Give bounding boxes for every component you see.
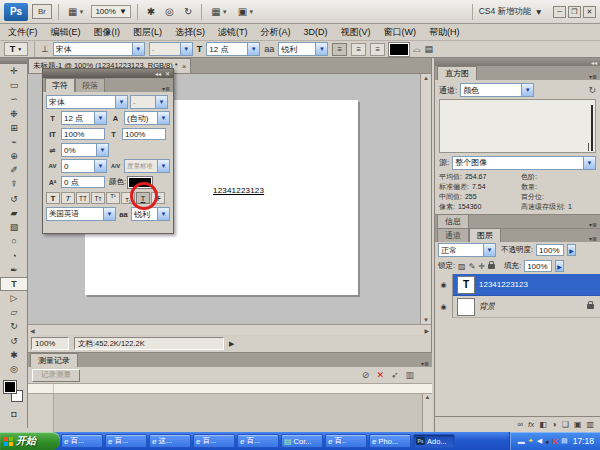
taskbar-item-ie-5[interactable]: e百... bbox=[237, 434, 279, 448]
move-tool[interactable]: ✛ bbox=[0, 64, 28, 78]
menu-item-select[interactable]: 选择(S) bbox=[175, 26, 205, 39]
channel-select[interactable]: 颜色▼ bbox=[460, 83, 534, 97]
dock-header[interactable]: ◂◂ bbox=[435, 58, 600, 66]
menu-item-edit[interactable]: 编辑(E) bbox=[51, 26, 81, 39]
link-layers-icon[interactable]: ∞ bbox=[517, 420, 523, 429]
3d-orbit-tool[interactable]: ↺ bbox=[0, 334, 28, 348]
superscript-button[interactable]: T¹ bbox=[106, 192, 120, 204]
measurement-table-rows[interactable]: ▲ bbox=[28, 394, 432, 432]
arrange-documents-icon[interactable]: ▦▼ bbox=[208, 5, 230, 18]
kerning-select[interactable]: 度量标准▼ bbox=[124, 159, 170, 173]
measurement-scrollbar[interactable]: ▲ bbox=[422, 394, 432, 432]
lock-position-icon[interactable]: ✛ bbox=[478, 262, 485, 271]
new-layer-icon[interactable]: ▣ bbox=[574, 420, 582, 429]
healing-brush-tool[interactable]: ⊕ bbox=[0, 149, 28, 163]
history-brush-tool[interactable]: ↺ bbox=[0, 192, 28, 206]
panel-menu-icon[interactable]: ▾≣ bbox=[421, 360, 432, 367]
collapse-dock-icon[interactable]: ◂◂ bbox=[591, 59, 597, 66]
menu-item-view[interactable]: 视图(V) bbox=[341, 26, 371, 39]
dodge-tool[interactable]: ◔ bbox=[0, 248, 28, 262]
leading-select[interactable]: (自动)▼ bbox=[124, 111, 170, 125]
clone-stamp-tool[interactable]: ⍒ bbox=[0, 178, 28, 192]
tab-histogram[interactable]: 直方图 bbox=[437, 66, 477, 80]
taskbar-item-ie-3[interactable]: e这... bbox=[149, 434, 191, 448]
anti-alias-select[interactable]: 锐利▼ bbox=[278, 42, 328, 56]
layer-group-icon[interactable]: ❏ bbox=[562, 420, 569, 429]
lock-paint-icon[interactable]: ✎ bbox=[469, 262, 476, 271]
layer-row-background[interactable]: ◉ 背景 bbox=[435, 296, 600, 318]
zoom-level-dropdown[interactable]: 100%▼ bbox=[91, 5, 130, 18]
menu-item-file[interactable]: 文件(F) bbox=[8, 26, 38, 39]
tab-character[interactable]: 字符 bbox=[45, 78, 75, 92]
menu-item-layer[interactable]: 图层(L) bbox=[133, 26, 162, 39]
text-layer-thumbnail[interactable]: T bbox=[457, 276, 475, 294]
font-family-select[interactable]: 宋体▼ bbox=[53, 42, 145, 56]
panel-menu-icon[interactable]: ▾≣ bbox=[162, 85, 173, 92]
menu-item-3d[interactable]: 3D(D) bbox=[304, 27, 328, 37]
refresh-histogram-icon[interactable]: ↻ bbox=[588, 85, 596, 95]
layers-list-empty-area[interactable] bbox=[435, 318, 600, 416]
network-icon[interactable]: ▤ bbox=[561, 437, 568, 445]
eyedropper-tool[interactable]: ⌁ bbox=[0, 135, 28, 149]
zoom-tool[interactable]: ◎ bbox=[0, 362, 28, 376]
messenger-icon[interactable]: ◀ bbox=[537, 437, 542, 445]
taskbar-item-corel[interactable]: ▤Cor... bbox=[281, 434, 323, 448]
delete-measurement-icon[interactable]: ▥ bbox=[405, 370, 414, 380]
language-select[interactable]: 美国英语▼ bbox=[46, 207, 116, 221]
font-size-select[interactable]: 12 点▼ bbox=[206, 42, 260, 56]
menu-item-help[interactable]: 帮助(H) bbox=[429, 26, 460, 39]
layer-name[interactable]: 背景 bbox=[479, 301, 495, 312]
foreground-color-swatch[interactable] bbox=[4, 381, 16, 393]
cs4-whats-new-menu[interactable]: CS4 新增功能▼ bbox=[472, 4, 549, 20]
taskbar-item-ie-1[interactable]: e百... bbox=[61, 434, 103, 448]
blend-mode-select[interactable]: 正常▼ bbox=[438, 243, 496, 257]
crop-tool[interactable]: ⊞ bbox=[0, 121, 28, 135]
menu-item-image[interactable]: 图像(I) bbox=[94, 26, 121, 39]
collapse-icon[interactable]: ◂◂ bbox=[155, 70, 161, 77]
font-style-select[interactable]: -▼ bbox=[149, 42, 193, 56]
layer-mask-icon[interactable]: ◧ bbox=[539, 420, 547, 429]
start-button[interactable]: 开始 bbox=[0, 432, 60, 450]
restore-button[interactable]: ❐ bbox=[568, 6, 581, 18]
horizontal-scrollbar[interactable]: ◀▶ bbox=[28, 324, 431, 335]
marquee-tool[interactable]: ▭ bbox=[0, 78, 28, 92]
tab-paragraph[interactable]: 段落 bbox=[75, 78, 105, 92]
background-layer-thumbnail[interactable] bbox=[457, 298, 475, 316]
tab-layers[interactable]: 图层 bbox=[469, 228, 501, 242]
scroll-up-icon[interactable]: ▲ bbox=[425, 394, 431, 400]
security-icon[interactable]: ✦ bbox=[528, 437, 534, 445]
tracking-select[interactable]: 0▼ bbox=[61, 159, 107, 173]
export-measurements-icon[interactable]: ➶ bbox=[391, 370, 399, 380]
horizontal-scale-field[interactable]: 100% bbox=[122, 128, 166, 140]
faux-bold-button[interactable]: T bbox=[46, 192, 60, 204]
toggle-panels-icon[interactable]: ▤ bbox=[424, 44, 433, 54]
taskbar-item-ie-2[interactable]: e百... bbox=[105, 434, 147, 448]
close-icon[interactable]: ✕ bbox=[165, 70, 170, 77]
taskbar-item-ie-4[interactable]: e百... bbox=[193, 434, 235, 448]
vertical-scale-field[interactable]: 100% bbox=[61, 128, 105, 140]
screen-mode-icon[interactable]: ▣▼ bbox=[235, 5, 257, 18]
delete-layer-icon[interactable]: ▥ bbox=[586, 420, 594, 429]
vertical-scrollbar[interactable]: ▲▼ bbox=[420, 74, 431, 324]
char-font-family-select[interactable]: 宋体▼ bbox=[46, 95, 128, 109]
close-document-icon[interactable]: × bbox=[182, 62, 187, 71]
record-measurements-button[interactable]: 记录测量 bbox=[32, 369, 80, 382]
view-extras-icon[interactable]: ▦▼ bbox=[65, 5, 87, 18]
hand-tool-icon[interactable]: ✱ bbox=[144, 5, 158, 18]
layer-name[interactable]: 12341223123 bbox=[479, 280, 528, 289]
type-tool[interactable]: T bbox=[0, 277, 28, 291]
bridge-icon[interactable]: Br bbox=[32, 4, 52, 19]
source-select[interactable]: 整个图像▼ bbox=[452, 156, 596, 170]
panel-menu-icon[interactable]: ▾≣ bbox=[589, 73, 600, 80]
scroll-right-icon[interactable]: ▶ bbox=[424, 327, 429, 334]
deselect-measurement-icon[interactable]: ✕ bbox=[376, 370, 384, 380]
menu-item-analysis[interactable]: 分析(A) bbox=[261, 26, 291, 39]
taskbar-item-photo[interactable]: ePho... bbox=[369, 434, 411, 448]
tab-info[interactable]: 信息 bbox=[437, 214, 469, 228]
fill-field[interactable]: 100% bbox=[524, 260, 552, 272]
char-font-style-select[interactable]: -▼ bbox=[130, 95, 168, 109]
char-font-size-select[interactable]: 12 点▼ bbox=[61, 111, 107, 125]
brush-tool[interactable]: ✐ bbox=[0, 163, 28, 177]
3d-rotate-tool[interactable]: ↻ bbox=[0, 319, 28, 333]
status-menu-arrow-icon[interactable]: ▶ bbox=[229, 340, 234, 348]
